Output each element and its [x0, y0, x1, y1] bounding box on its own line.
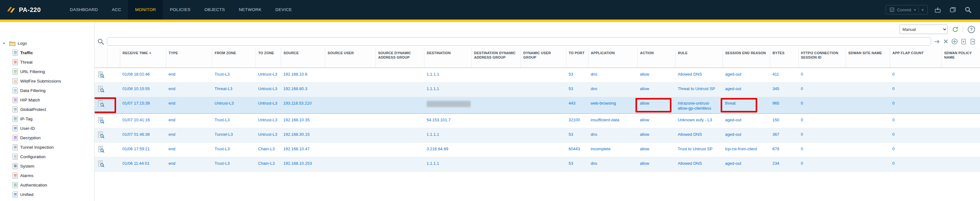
cell-session-end-reason[interactable]: tcp-rst-from-client [722, 142, 770, 157]
sidebar-item-hip-match[interactable]: HIP Match [0, 95, 94, 104]
cell-app-flap-count[interactable]: 0 [890, 68, 942, 82]
cell-http2-connection-session-id[interactable]: 0 [798, 68, 846, 82]
cell-rule[interactable]: Unknown eufy - L3 [675, 113, 722, 128]
log-detail-button[interactable] [95, 82, 107, 97]
cell-source[interactable]: 192.168.10.6 [281, 68, 325, 82]
cell-rule[interactable]: intrazone-untrust-allow-gp-clientless [675, 97, 722, 113]
log-detail-button[interactable] [95, 113, 107, 128]
save-config-button[interactable] [933, 5, 943, 15]
cell-receive-time[interactable]: 01/08 10:15:55 [120, 82, 166, 97]
nav-tab-monitor[interactable]: MONITOR [128, 0, 163, 19]
cell-destination[interactable]: 1.1.1.1 [424, 128, 471, 142]
save-filter-button[interactable] [961, 38, 967, 45]
cell-http2-connection-session-id[interactable]: 0 [798, 97, 846, 113]
help-button[interactable]: ? [968, 26, 975, 33]
col-header-to-port[interactable]: TO PORT [566, 48, 588, 68]
cell-to-zone[interactable]: Untrust-L3 [256, 97, 281, 113]
cell-to-zone[interactable]: Untrust-L3 [256, 113, 281, 128]
sidebar-item-user-id[interactable]: User-ID [0, 123, 94, 133]
cell-rule[interactable]: Threat to Untrust SP [675, 82, 722, 97]
cell-action[interactable]: allow [637, 97, 675, 113]
col-header-source-user[interactable]: SOURCE USER [325, 48, 375, 68]
sidebar-item-partial[interactable] [0, 199, 94, 201]
cell-session-end-reason[interactable]: threat [722, 97, 770, 113]
sidebar-item-tunnel-inspection[interactable]: Tunnel Inspection [0, 142, 94, 152]
sidebar-root-logs[interactable]: ▾ Logs [0, 38, 94, 48]
log-detail-button[interactable] [95, 68, 107, 82]
col-header-application[interactable]: APPLICATION [588, 48, 637, 68]
cell-http2-connection-session-id[interactable]: 0 [798, 142, 846, 157]
cell-type[interactable]: end [166, 142, 212, 157]
cell-application[interactable]: dns [588, 157, 637, 171]
cell-action[interactable]: allow [637, 113, 675, 128]
cell-destination[interactable] [424, 97, 471, 113]
cell-http2-connection-session-id[interactable]: 0 [798, 82, 846, 97]
col-header-from-zone[interactable]: FROM ZONE [212, 48, 256, 68]
cell-to-zone[interactable]: Untrust-L3 [256, 82, 281, 97]
col-header-to-zone[interactable]: TO ZONE [256, 48, 281, 68]
col-header-http-2-connection-session-id[interactable]: HTTP/2 CONNECTION SESSION ID [798, 48, 846, 68]
cell-application[interactable]: web-browsing [588, 97, 637, 113]
col-header-session-end-reason[interactable]: SESSION END REASON [722, 48, 770, 68]
cell-receive-time[interactable]: 01/06 17:59:21 [120, 142, 166, 157]
cell-rule[interactable]: Allowed DNS [675, 157, 722, 171]
cell-receive-time[interactable]: 01/07 17:15:39 [120, 97, 166, 113]
cell-app-flap-count[interactable]: 0 [890, 82, 942, 97]
cell-http2-connection-session-id[interactable]: 0 [798, 128, 846, 142]
load-filter-button[interactable] [970, 38, 976, 45]
nav-tab-dashboard[interactable]: DASHBOARD [63, 0, 105, 19]
cell-app-flap-count[interactable]: 0 [890, 157, 942, 171]
cell-from-zone[interactable]: Trust-L3 [212, 68, 256, 82]
refresh-button[interactable] [952, 26, 959, 33]
cell-type[interactable]: end [166, 113, 212, 128]
sidebar-item-data-filtering[interactable]: Data Filtering [0, 86, 94, 95]
add-filter-button[interactable] [951, 38, 958, 45]
cell-from-zone[interactable]: Threat-L3 [212, 82, 256, 97]
cell-action[interactable]: allow [637, 128, 675, 142]
cell-bytes[interactable]: 965 [770, 97, 798, 113]
cell-type[interactable]: end [166, 97, 212, 113]
log-row[interactable]: 01/08 10:15:55endThreat-L3Untrust-L3192.… [95, 82, 980, 97]
cell-to-zone[interactable]: Chain-L3 [256, 157, 281, 171]
col-header-destination-dynamic-address-group[interactable]: DESTINATION DYNAMIC ADDRESS GROUP [471, 48, 520, 68]
cell-bytes[interactable]: 678 [770, 142, 798, 157]
cell-http2-connection-session-id[interactable]: 0 [798, 113, 846, 128]
cell-destination[interactable]: 1.1.1.1 [424, 82, 471, 97]
cell-session-end-reason[interactable]: aged-out [722, 113, 770, 128]
sidebar-item-decryption[interactable]: Decryption [0, 133, 94, 142]
cell-receive-time[interactable]: 01/07 10:41:16 [120, 113, 166, 128]
cell-source[interactable]: 192.168.10.253 [281, 157, 325, 171]
log-row[interactable]: 01/06 17:59:21endTrust-L3Chain-L3192.168… [95, 142, 980, 157]
cell-application[interactable]: insufficient-data [588, 113, 637, 128]
cell-type[interactable]: end [166, 128, 212, 142]
sidebar-item-url-filtering[interactable]: URL Filtering [0, 67, 94, 76]
cell-rule[interactable]: Trust to Untrust SP [675, 142, 722, 157]
sidebar-item-authentication[interactable]: Authentication [0, 180, 94, 190]
log-row[interactable]: 01/07 17:15:39endUntrust-L3Untrust-L3193… [95, 97, 980, 113]
cell-from-zone[interactable]: Trust-L3 [212, 113, 256, 128]
cell-to-zone[interactable]: Untrust-L3 [256, 68, 281, 82]
cell-to-zone[interactable]: Chain-L3 [256, 142, 281, 157]
log-detail-button[interactable] [95, 157, 107, 171]
cell-bytes[interactable]: 367 [770, 128, 798, 142]
cell-source[interactable]: 192.168.80.3 [281, 82, 325, 97]
col-header-destination[interactable]: DESTINATION [424, 48, 471, 68]
col-header-receive-time[interactable]: RECEIVE TIME▼ [120, 48, 166, 68]
cell-application[interactable]: incomplete [588, 142, 637, 157]
cell-to-port[interactable]: 53 [566, 157, 588, 171]
global-search-button[interactable] [963, 5, 973, 15]
cell-action[interactable]: allow [637, 82, 675, 97]
refresh-mode-select[interactable]: Manual [900, 25, 948, 34]
sidebar-item-configuration[interactable]: Configuration [0, 152, 94, 161]
cell-type[interactable]: end [166, 82, 212, 97]
nav-tab-network[interactable]: NETWORK [232, 0, 269, 19]
cell-source[interactable]: 193.118.53.210 [281, 97, 325, 113]
commit-button[interactable]: Commit ▾ ▾ [886, 5, 928, 14]
cell-bytes[interactable]: 345 [770, 82, 798, 97]
sidebar-item-ip-tag[interactable]: IP-Tag [0, 114, 94, 123]
col-header-app-flap-count[interactable]: APP FLAP COUNT [890, 48, 942, 68]
log-detail-button[interactable] [95, 142, 107, 157]
cell-bytes[interactable]: 150 [770, 113, 798, 128]
cell-receive-time[interactable]: 01/07 01:46:36 [120, 128, 166, 142]
col-header-bytes[interactable]: BYTES [770, 48, 798, 68]
